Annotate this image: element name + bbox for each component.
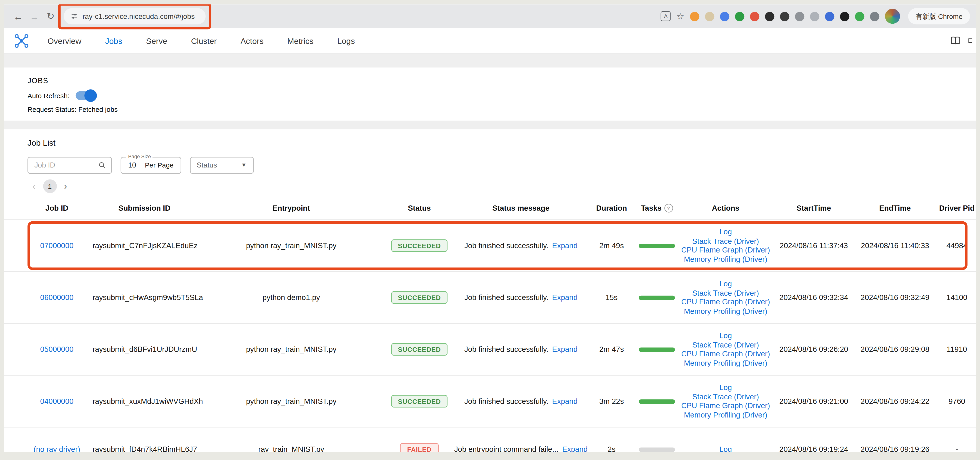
expand-link[interactable]: Expand — [552, 397, 578, 406]
extension-icon-9[interactable] — [810, 11, 819, 21]
job-id-link[interactable]: (no ray driver) — [33, 445, 80, 452]
bookmark-star-icon[interactable]: ☆ — [676, 11, 684, 21]
feedback-icon[interactable] — [968, 36, 972, 46]
action-link[interactable]: Log — [719, 228, 732, 237]
prev-page-button[interactable]: ‹ — [32, 181, 35, 191]
driver-pid: 11910 — [935, 345, 976, 354]
status-chip: FAILED — [400, 443, 438, 452]
profile-avatar[interactable] — [885, 9, 900, 24]
forward-button[interactable]: → — [26, 8, 43, 25]
action-link[interactable]: Log — [719, 279, 732, 288]
duration: 15s — [588, 293, 635, 302]
tab-actors[interactable]: Actors — [229, 28, 275, 53]
job-id-link[interactable]: 06000000 — [40, 293, 74, 302]
job-list-controls: Page Size 10 Per Page Status ▼ — [4, 156, 976, 174]
extension-icon-6[interactable] — [765, 11, 774, 21]
url-text: ray-c1.service.nicecuda.com/#/jobs — [83, 13, 195, 20]
reload-button[interactable]: ↻ — [43, 8, 59, 25]
table-row: (no ray driver) raysubmit_fD4n7k4RBimHL6… — [4, 427, 976, 452]
action-link[interactable]: CPU Flame Graph (Driver) — [681, 349, 770, 358]
column-header: Actions — [679, 204, 773, 213]
driver-pid: - — [935, 445, 976, 452]
action-link[interactable]: Memory Profiling (Driver) — [684, 255, 767, 264]
section-divider — [4, 54, 976, 68]
entrypoint: python ray_train_MNIST.py — [197, 397, 385, 406]
page-number-button[interactable]: 1 — [43, 179, 57, 193]
page-size-field[interactable]: Page Size 10 Per Page — [121, 157, 181, 173]
action-link[interactable]: Stack Trace (Driver) — [692, 392, 759, 401]
site-settings-icon[interactable] — [71, 13, 78, 20]
address-bar[interactable]: ray-c1.service.nicecuda.com/#/jobs — [64, 8, 206, 25]
extension-icon-4[interactable] — [735, 11, 744, 21]
tab-overview[interactable]: Overview — [36, 28, 94, 53]
driver-pid: 44984 — [935, 241, 976, 250]
entrypoint: python ray_train_MNIST.py — [197, 345, 385, 354]
docs-book-icon[interactable] — [950, 36, 961, 46]
tab-metrics[interactable]: Metrics — [275, 28, 325, 53]
status-chip: SUCCEEDED — [391, 239, 448, 252]
translate-icon[interactable]: A — [661, 11, 671, 21]
toggle-knob — [84, 89, 97, 102]
expand-link[interactable]: Expand — [552, 293, 578, 302]
action-link[interactable]: Stack Trace (Driver) — [692, 288, 759, 298]
column-header: Duration — [588, 204, 635, 213]
extension-icon-5[interactable] — [750, 11, 759, 21]
status-filter-select[interactable]: Status ▼ — [190, 157, 254, 173]
extension-icon-13[interactable] — [870, 11, 879, 21]
page-size-value[interactable]: 10 — [128, 161, 136, 169]
column-header: StartTime — [773, 204, 855, 213]
expand-link[interactable]: Expand — [552, 241, 578, 250]
extension-icon-10[interactable] — [825, 11, 834, 21]
extension-icon-11[interactable] — [840, 11, 849, 21]
action-link[interactable]: Log — [719, 445, 732, 452]
job-id-link[interactable]: 04000000 — [40, 397, 74, 406]
action-link[interactable]: Log — [719, 331, 732, 341]
next-page-button[interactable]: › — [64, 181, 67, 191]
action-link[interactable]: Stack Trace (Driver) — [692, 237, 759, 246]
extension-icon-2[interactable] — [705, 11, 714, 21]
expand-link[interactable]: Expand — [552, 345, 578, 354]
submission-id: raysubmit_xuxMdJ1wiWVGHdXh — [91, 397, 198, 406]
pagination: ‹ 1 › — [4, 174, 976, 197]
tasks-progress-bar — [639, 295, 675, 299]
column-header: Status — [385, 204, 454, 213]
job-id-search[interactable] — [27, 157, 112, 173]
submission-id: raysubmit_cHwAsgm9wb5T5SLa — [91, 293, 198, 302]
action-link[interactable]: Memory Profiling (Driver) — [684, 358, 767, 368]
tab-serve[interactable]: Serve — [134, 28, 179, 53]
tasks-help-icon[interactable]: ? — [664, 204, 673, 213]
extension-icon-1[interactable] — [690, 11, 699, 21]
action-link[interactable]: CPU Flame Graph (Driver) — [681, 298, 770, 307]
dashboard-navbar: OverviewJobsServeClusterActorsMetricsLog… — [4, 28, 976, 54]
back-button[interactable]: ← — [10, 8, 26, 25]
action-link[interactable]: Log — [719, 383, 732, 392]
chrome-update-button[interactable]: 有新版 Chrome — [908, 8, 970, 25]
auto-refresh-toggle[interactable] — [76, 91, 95, 100]
status-message-text: Job entrypoint command faile... — [454, 445, 558, 452]
extension-icon-8[interactable] — [795, 11, 804, 21]
action-link[interactable]: CPU Flame Graph (Driver) — [681, 401, 770, 411]
jobs-panel-title: JOBS — [27, 76, 953, 85]
submission-id: raysubmit_C7nFJjsKZALEduEz — [91, 241, 198, 250]
job-id-link[interactable]: 05000000 — [40, 345, 74, 354]
action-link[interactable]: Memory Profiling (Driver) — [684, 410, 767, 419]
tab-jobs[interactable]: Jobs — [93, 28, 134, 53]
status-message-text: Job finished successfully. — [464, 397, 549, 406]
action-link[interactable]: CPU Flame Graph (Driver) — [681, 246, 770, 255]
tab-logs[interactable]: Logs — [325, 28, 367, 53]
tab-cluster[interactable]: Cluster — [179, 28, 229, 53]
start-time: 2024/08/16 09:19:24 — [773, 445, 855, 452]
extension-icon-12[interactable] — [855, 11, 864, 21]
expand-link[interactable]: Expand — [562, 445, 588, 452]
nav-tabs: OverviewJobsServeClusterActorsMetricsLog… — [36, 28, 367, 53]
actions-cell: LogStack Trace (Driver)CPU Flame Graph (… — [679, 383, 773, 420]
job-id-search-input[interactable] — [33, 161, 98, 170]
extension-icon-7[interactable] — [780, 11, 789, 21]
duration: 3m 22s — [588, 397, 635, 406]
action-link[interactable]: Stack Trace (Driver) — [692, 340, 759, 349]
job-id-link[interactable]: 07000000 — [40, 241, 74, 250]
action-link[interactable]: Memory Profiling (Driver) — [684, 307, 767, 316]
start-time: 2024/08/16 09:32:34 — [773, 293, 855, 302]
extension-icon-3[interactable] — [720, 11, 729, 21]
driver-pid: 14100 — [935, 293, 976, 302]
